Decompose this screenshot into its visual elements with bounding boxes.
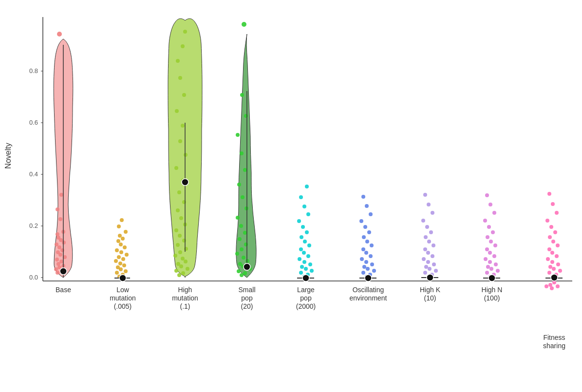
svg-point-8 [56, 271, 59, 275]
svg-point-137 [305, 185, 309, 188]
svg-point-53 [117, 224, 121, 228]
svg-point-211 [547, 271, 551, 275]
svg-point-100 [244, 243, 248, 246]
svg-point-150 [364, 251, 368, 255]
svg-point-48 [119, 243, 123, 246]
svg-point-47 [123, 245, 127, 249]
svg-point-69 [182, 239, 186, 243]
svg-point-54 [120, 218, 124, 222]
svg-point-92 [237, 269, 241, 273]
svg-point-215 [556, 262, 560, 266]
x-label-high-n: High N [482, 286, 503, 294]
x-label-low-mutation: Low [116, 286, 130, 294]
svg-point-75 [182, 200, 186, 204]
svg-point-87 [183, 30, 187, 34]
y-tick-08: 0.8 [29, 67, 38, 75]
svg-point-201 [491, 230, 495, 234]
svg-point-189 [496, 269, 500, 273]
svg-point-221 [556, 243, 560, 247]
svg-point-154 [362, 235, 366, 239]
y-tick-0: 0.0 [29, 274, 38, 281]
svg-point-128 [307, 243, 311, 247]
svg-point-56 [119, 275, 126, 281]
svg-point-219 [550, 251, 554, 255]
svg-point-127 [299, 247, 303, 251]
svg-point-18 [56, 250, 60, 254]
svg-point-131 [305, 230, 309, 234]
y-tick-06: 0.6 [29, 119, 38, 126]
svg-point-71 [174, 228, 178, 232]
svg-point-15 [55, 258, 59, 261]
svg-point-135 [302, 205, 306, 208]
svg-point-132 [301, 225, 305, 229]
svg-point-73 [179, 216, 183, 220]
svg-point-106 [241, 195, 244, 199]
svg-point-46 [115, 248, 119, 252]
svg-point-174 [423, 247, 427, 251]
svg-point-39 [122, 263, 126, 267]
svg-point-118 [299, 271, 303, 275]
svg-point-35 [115, 271, 119, 275]
svg-point-109 [240, 151, 244, 155]
svg-point-84 [178, 76, 182, 80]
x-label-large-pop: Large [297, 286, 315, 294]
svg-point-42 [121, 257, 125, 261]
svg-point-64 [181, 257, 185, 261]
svg-point-80 [178, 139, 182, 143]
svg-point-192 [494, 262, 498, 266]
svg-point-162 [365, 275, 372, 281]
svg-point-102 [243, 231, 247, 235]
svg-point-68 [176, 243, 180, 247]
svg-point-149 [369, 254, 373, 258]
svg-point-107 [237, 183, 241, 187]
y-tick-02: 0.2 [29, 222, 38, 229]
svg-point-205 [488, 203, 492, 206]
svg-point-133 [297, 219, 301, 223]
svg-point-25 [56, 232, 59, 236]
svg-point-178 [429, 230, 433, 234]
svg-point-195 [492, 254, 496, 258]
svg-point-45 [119, 250, 123, 254]
svg-point-212 [558, 269, 562, 273]
svg-point-175 [432, 243, 435, 247]
svg-point-96 [245, 259, 249, 263]
svg-point-67 [184, 247, 188, 251]
svg-point-224 [553, 230, 557, 234]
svg-point-38 [116, 265, 120, 269]
svg-point-57 [177, 273, 181, 277]
svg-point-136 [299, 195, 303, 199]
svg-point-172 [431, 254, 434, 258]
svg-point-183 [423, 193, 427, 197]
x-label-fitness-sharing-2: sharing [543, 342, 565, 350]
svg-point-101 [238, 237, 242, 241]
chart-container: Novelty 0.0 0.2 0.4 0.6 0.8 [0, 0, 582, 392]
svg-point-142 [361, 271, 365, 275]
svg-point-59 [174, 269, 178, 273]
svg-point-139 [302, 275, 309, 281]
svg-point-79 [184, 153, 188, 157]
svg-rect-0 [0, 0, 582, 392]
svg-point-21 [55, 243, 58, 246]
svg-point-151 [361, 247, 365, 251]
svg-point-202 [487, 225, 491, 229]
x-label-small-pop-3: (20) [241, 302, 253, 310]
svg-point-81 [181, 124, 185, 128]
x-label-low-mutation-2: mutation [110, 294, 136, 302]
svg-point-62 [176, 262, 180, 266]
svg-point-227 [555, 211, 559, 215]
svg-point-63 [184, 260, 188, 263]
svg-point-156 [363, 225, 367, 229]
svg-point-213 [552, 267, 556, 271]
svg-point-169 [432, 262, 436, 266]
svg-point-159 [365, 204, 369, 208]
x-label-fitness-sharing: Fitness [543, 334, 565, 341]
svg-point-76 [177, 190, 181, 194]
svg-point-198 [493, 243, 497, 247]
svg-point-51 [118, 234, 122, 238]
svg-point-90 [240, 273, 244, 277]
svg-point-120 [304, 267, 308, 271]
svg-point-97 [242, 256, 245, 260]
svg-point-199 [489, 240, 493, 243]
svg-point-176 [427, 240, 431, 243]
svg-point-86 [181, 44, 185, 48]
